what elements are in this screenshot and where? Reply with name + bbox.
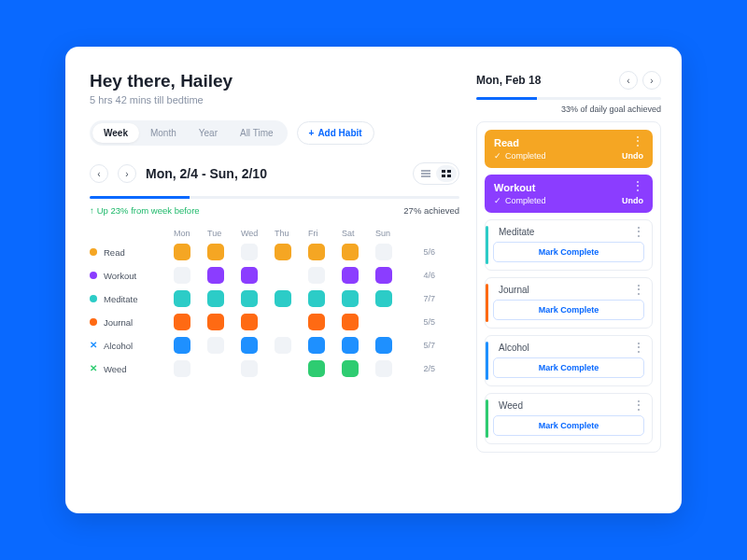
habit-cell[interactable] bbox=[241, 314, 258, 330]
habit-name: Journal bbox=[104, 317, 133, 328]
day-progress-text: 33% of daily goal achieved bbox=[476, 105, 661, 114]
habit-cell[interactable] bbox=[375, 337, 392, 354]
habit-cell[interactable] bbox=[375, 290, 392, 307]
habit-cell[interactable] bbox=[275, 290, 291, 307]
habit-cell[interactable] bbox=[342, 337, 359, 354]
habit-row-read: Read5/6 bbox=[90, 244, 459, 260]
grid-view-button[interactable] bbox=[436, 165, 457, 182]
day-nav: ‹ › bbox=[619, 71, 661, 90]
list-view-button[interactable] bbox=[416, 165, 436, 182]
habit-cell[interactable] bbox=[275, 244, 291, 260]
main-panel: Hey there, Hailey 5 hrs 42 mins till bed… bbox=[90, 71, 459, 495]
habit-label: ✕Weed bbox=[90, 364, 170, 374]
habit-cell[interactable] bbox=[174, 290, 190, 307]
mark-complete-button[interactable]: Mark Complete bbox=[493, 357, 644, 378]
add-habit-button[interactable]: + Add Habit bbox=[297, 121, 374, 145]
day-header-thu: Thu bbox=[275, 229, 304, 238]
habit-cell[interactable] bbox=[207, 314, 224, 330]
svg-rect-2 bbox=[442, 175, 445, 177]
habit-cell[interactable] bbox=[308, 360, 325, 377]
habit-cell[interactable] bbox=[275, 337, 291, 354]
habit-cell[interactable] bbox=[207, 337, 224, 354]
habit-cell[interactable] bbox=[207, 244, 224, 260]
habit-label: Read bbox=[90, 247, 170, 258]
todo-card-weed: ⋮WeedMark Complete bbox=[485, 393, 653, 444]
mark-complete-button[interactable]: Mark Complete bbox=[493, 300, 644, 320]
todo-card-meditate: ⋮MeditateMark Complete bbox=[485, 219, 653, 271]
period-tab-all-time[interactable]: All Time bbox=[229, 123, 285, 143]
habit-count: 5/6 bbox=[409, 247, 435, 257]
trend-indicator: ↑ Up 23% from week before bbox=[90, 205, 200, 216]
habit-cell[interactable] bbox=[241, 290, 258, 307]
more-icon[interactable]: ⋮ bbox=[633, 342, 644, 353]
next-week-button[interactable]: › bbox=[118, 164, 136, 183]
habit-cell[interactable] bbox=[207, 267, 224, 284]
habit-count: 7/7 bbox=[409, 294, 435, 303]
habit-cell[interactable] bbox=[342, 360, 359, 377]
day-habits-list: ⋮Read✓CompletedUndo⋮Workout✓CompletedUnd… bbox=[476, 121, 661, 453]
habit-cell[interactable] bbox=[342, 290, 359, 307]
habit-cell[interactable] bbox=[308, 314, 325, 330]
date-range: Mon, 2/4 - Sun, 2/10 bbox=[146, 166, 403, 181]
habit-label: ✕Alcohol bbox=[90, 341, 170, 351]
period-tabs: WeekMonthYearAll Time bbox=[90, 120, 288, 146]
habit-cell[interactable] bbox=[174, 244, 190, 260]
habit-cell[interactable] bbox=[174, 360, 190, 377]
dot-icon bbox=[90, 295, 97, 302]
habit-cell[interactable] bbox=[174, 337, 190, 354]
habit-cell[interactable] bbox=[241, 244, 258, 260]
habit-cell[interactable] bbox=[375, 267, 392, 284]
accent-bar bbox=[486, 284, 488, 322]
habit-cell[interactable] bbox=[375, 360, 392, 377]
more-icon[interactable]: ⋮ bbox=[633, 284, 644, 295]
habit-cell[interactable] bbox=[174, 314, 190, 330]
more-icon[interactable]: ⋮ bbox=[633, 399, 644, 411]
done-title: Read bbox=[494, 137, 643, 148]
habit-cell[interactable] bbox=[174, 267, 190, 284]
achieved-text: 27% achieved bbox=[403, 205, 459, 216]
more-icon[interactable]: ⋮ bbox=[633, 226, 644, 237]
period-tab-month[interactable]: Month bbox=[139, 123, 188, 143]
habit-cell[interactable] bbox=[241, 337, 258, 354]
habit-cell[interactable] bbox=[342, 314, 359, 330]
next-day-button[interactable]: › bbox=[642, 71, 661, 90]
todo-card-alcohol: ⋮AlcoholMark Complete bbox=[485, 335, 653, 386]
mark-complete-button[interactable]: Mark Complete bbox=[493, 242, 644, 262]
habit-cell[interactable] bbox=[375, 244, 392, 260]
x-icon: ✕ bbox=[90, 341, 97, 350]
mark-complete-button[interactable]: Mark Complete bbox=[493, 415, 644, 436]
prev-day-button[interactable]: ‹ bbox=[619, 71, 638, 90]
todo-title: Weed bbox=[499, 400, 644, 411]
todo-title: Meditate bbox=[499, 227, 644, 237]
check-icon: ✓ bbox=[494, 151, 501, 161]
view-switch bbox=[413, 162, 459, 185]
habit-cell[interactable] bbox=[308, 244, 325, 260]
accent-bar bbox=[486, 342, 488, 380]
habit-count: 5/7 bbox=[409, 341, 435, 350]
habit-cell[interactable] bbox=[308, 290, 325, 307]
habit-cell[interactable] bbox=[308, 267, 325, 284]
week-progress-bar bbox=[90, 196, 459, 199]
period-tab-week[interactable]: Week bbox=[92, 123, 139, 143]
completed-label: ✓Completed bbox=[494, 196, 643, 205]
habit-row-journal: Journal5/5 bbox=[90, 314, 459, 330]
habit-cell[interactable] bbox=[308, 337, 325, 354]
todo-title: Alcohol bbox=[499, 343, 644, 353]
prev-week-button[interactable]: ‹ bbox=[90, 164, 108, 183]
habit-cell[interactable] bbox=[241, 360, 258, 377]
grid-icon bbox=[442, 170, 451, 177]
habit-cell[interactable] bbox=[241, 267, 258, 284]
day-header: Mon, Feb 18 ‹ › bbox=[476, 71, 661, 90]
done-card-read: ⋮Read✓CompletedUndo bbox=[485, 130, 653, 168]
habit-cell[interactable] bbox=[342, 267, 359, 284]
day-header-sun: Sun bbox=[375, 229, 405, 238]
more-icon[interactable]: ⋮ bbox=[632, 180, 643, 191]
more-icon[interactable]: ⋮ bbox=[632, 135, 643, 147]
grid-body: Read5/6Workout4/6Meditate7/7Journal5/5✕A… bbox=[90, 244, 459, 377]
undo-button[interactable]: Undo bbox=[622, 196, 643, 205]
habit-name: Read bbox=[104, 247, 125, 258]
period-tab-year[interactable]: Year bbox=[188, 123, 229, 143]
habit-cell[interactable] bbox=[342, 244, 359, 260]
undo-button[interactable]: Undo bbox=[622, 151, 643, 161]
habit-cell[interactable] bbox=[207, 290, 224, 307]
